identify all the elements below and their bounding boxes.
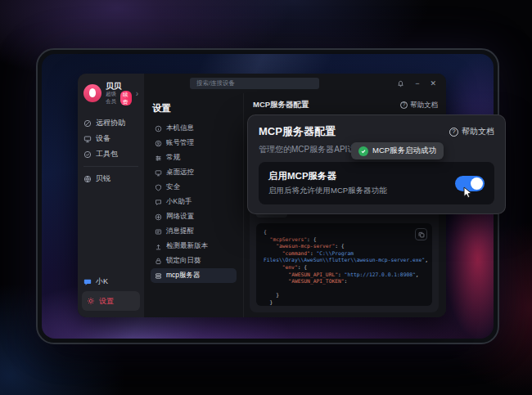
titlebar: 搜索/连接设备 − ✕	[144, 74, 446, 93]
profile-name: 贝贝	[106, 81, 132, 90]
menu-item-lock-sunflower[interactable]: 锁定向日葵	[151, 254, 237, 268]
enable-mcp-title: 启用MCP服务器	[268, 170, 387, 182]
sidebar-item-remote-assist[interactable]: 远程协助	[83, 115, 138, 131]
minimize-icon[interactable]: −	[415, 80, 419, 88]
shield-icon	[155, 184, 162, 191]
copy-button[interactable]	[415, 228, 427, 240]
sidebar-divider	[83, 166, 138, 167]
info-circle-icon	[155, 125, 162, 132]
menu-item-mcp-server[interactable]: mcp服务器	[151, 268, 237, 283]
chat-bubble-icon	[155, 199, 162, 206]
menu-item-label: 本机信息	[166, 123, 194, 133]
menu-item-label: 小K助手	[166, 197, 192, 207]
globe-icon	[83, 175, 92, 183]
monitor-icon	[155, 169, 162, 177]
menu-item-account[interactable]: 账号管理	[151, 136, 237, 150]
sidebar-item-beirui[interactable]: 贝锐	[83, 171, 138, 186]
menu-item-security[interactable]: 安全	[151, 180, 237, 195]
menu-item-label: 消息提醒	[166, 227, 194, 236]
sidebar-item-label: 远程协助	[96, 118, 125, 128]
menu-item-label: 桌面远控	[166, 168, 194, 177]
menu-item-label: 检测最新版本	[166, 241, 208, 251]
help-circle-icon: ?	[400, 101, 408, 109]
menu-item-network[interactable]: 网络设置	[151, 209, 237, 224]
sliders-icon	[155, 155, 162, 162]
sidebar-item-xiaok[interactable]: 小K	[83, 274, 138, 290]
menu-item-local-info[interactable]: 本机信息	[151, 121, 237, 136]
bell-icon[interactable]	[397, 80, 404, 88]
user-circle-icon	[155, 140, 162, 147]
settings-menu-title: 设置	[152, 102, 237, 114]
sidebar-item-label: 工具包	[96, 149, 118, 159]
check-circle-icon	[83, 150, 92, 159]
menu-item-remote-desktop[interactable]: 桌面远控	[151, 165, 237, 180]
success-toast: MCP服务启动成功	[351, 142, 444, 159]
stage: 贝贝 超级会员 续费 › 远程协助	[0, 0, 532, 395]
remote-assist-icon	[83, 119, 92, 128]
sidebar-item-label: 设置	[99, 296, 114, 307]
popup-title: MCP服务器配置	[259, 124, 336, 139]
menu-item-general[interactable]: 常规	[151, 150, 237, 165]
help-circle-icon: ?	[449, 128, 458, 137]
message-icon	[155, 228, 162, 236]
search-input[interactable]: 搜索/连接设备	[190, 78, 319, 89]
help-doc-link[interactable]: ? 帮助文档	[400, 101, 438, 110]
page-title: MCP服务器配置	[253, 100, 309, 110]
update-icon	[155, 243, 162, 250]
enable-mcp-card: 启用MCP服务器 启用后将允许使用MCP服务器功能	[259, 162, 494, 204]
menu-item-label: 安全	[166, 182, 180, 192]
popup-help-label: 帮助文档	[462, 126, 494, 137]
monitor-icon	[83, 135, 92, 143]
renew-badge[interactable]: 续费	[120, 91, 132, 105]
chevron-right-icon: ›	[136, 89, 138, 98]
lock-icon	[155, 258, 162, 265]
mcp-config-code-block: { "mcpServers": { "awesun-mcp-server": {…	[256, 223, 432, 306]
sidebar-item-toolkit[interactable]: 工具包	[83, 146, 138, 162]
sidebar: 贝贝 超级会员 续费 › 远程协助	[78, 74, 144, 317]
menu-item-check-update[interactable]: 检测最新版本	[151, 239, 237, 254]
sidebar-item-devices[interactable]: 设备	[83, 131, 138, 146]
mouse-cursor-icon	[463, 186, 475, 200]
avatar[interactable]	[83, 84, 101, 102]
menu-item-notifications[interactable]: 消息提醒	[151, 224, 237, 239]
menu-item-xiaok-assistant[interactable]: 小K助手	[151, 195, 237, 209]
menu-item-label: 常规	[166, 153, 180, 163]
enable-mcp-description: 启用后将允许使用MCP服务器功能	[268, 186, 387, 196]
menu-item-label: 账号管理	[166, 138, 194, 148]
settings-menu: 设置 本机信息 账号管理 常规 桌面远控	[144, 93, 244, 317]
sidebar-item-label: 设备	[96, 133, 110, 144]
help-doc-label: 帮助文档	[410, 101, 438, 110]
globe-plus-icon	[155, 213, 162, 221]
popup-help-doc-link[interactable]: ? 帮助文档	[449, 126, 494, 137]
menu-item-label: 锁定向日葵	[166, 256, 201, 266]
copy-icon	[418, 231, 425, 238]
membership-label: 超级会员	[106, 91, 118, 105]
menu-item-label: mcp服务器	[166, 271, 201, 281]
sidebar-item-label: 小K	[96, 276, 108, 287]
success-check-icon	[358, 146, 368, 156]
gear-icon	[87, 297, 95, 305]
menu-item-label: 网络设置	[166, 212, 194, 222]
chat-bubble-icon	[83, 278, 92, 286]
sidebar-item-label: 贝锐	[96, 173, 110, 184]
close-icon[interactable]: ✕	[430, 80, 436, 88]
toast-text: MCP服务启动成功	[372, 146, 436, 156]
profile-row[interactable]: 贝贝 超级会员 续费 ›	[83, 81, 138, 105]
code-content: { "mcpServers": { "awesun-mcp-server": {…	[264, 229, 425, 306]
sidebar-item-settings[interactable]: 设置	[82, 291, 140, 311]
server-icon	[155, 272, 162, 280]
